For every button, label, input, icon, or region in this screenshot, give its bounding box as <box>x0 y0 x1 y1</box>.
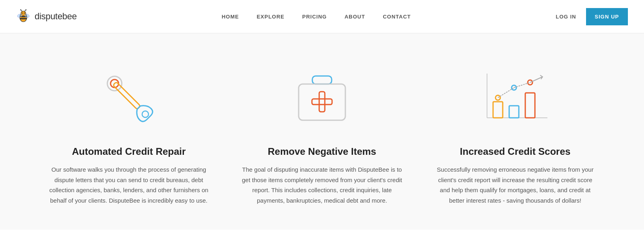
feature-credit-repair: Automated Credit Repair Our software wal… <box>32 57 225 205</box>
signup-button[interactable]: SIGN UP <box>586 8 628 25</box>
nav-home[interactable]: HOME <box>222 14 239 20</box>
svg-line-6 <box>21 10 22 11</box>
nav-contact[interactable]: CONTACT <box>383 14 411 20</box>
chart-icon <box>479 57 551 138</box>
feature-credit-scores: Increased Credit Scores Successfully rem… <box>419 57 612 205</box>
logo-text: disputebee <box>35 11 77 22</box>
svg-line-8 <box>25 10 26 11</box>
svg-rect-24 <box>525 93 535 118</box>
login-link[interactable]: LOG IN <box>556 14 576 20</box>
svg-rect-2 <box>20 18 27 19</box>
bee-logo-icon <box>16 9 31 24</box>
nav-explore[interactable]: EXPLORE <box>257 14 285 20</box>
svg-point-4 <box>22 12 23 13</box>
feature-desc-1: Our software walks you through the proce… <box>48 164 209 205</box>
feature-desc-2: The goal of disputing inaccurate items w… <box>242 164 402 205</box>
svg-point-5 <box>24 12 25 13</box>
nav-pricing[interactable]: PRICING <box>302 14 327 20</box>
svg-rect-19 <box>319 92 325 112</box>
feature-title-2: Remove Negative Items <box>268 146 376 157</box>
feature-remove-items: Remove Negative Items The goal of disput… <box>225 57 419 205</box>
medkit-icon <box>290 57 354 138</box>
nav-auth: LOG IN SIGN UP <box>556 8 628 25</box>
features-section: Automated Credit Repair Our software wal… <box>0 33 644 230</box>
nav-about[interactable]: ABOUT <box>345 14 365 20</box>
svg-point-7 <box>20 9 21 10</box>
feature-title-3: Increased Credit Scores <box>460 146 571 157</box>
svg-rect-23 <box>509 106 519 118</box>
svg-line-30 <box>530 77 543 82</box>
svg-point-9 <box>25 9 27 10</box>
feature-title-1: Automated Credit Repair <box>72 146 186 157</box>
nav-links: HOME EXPLORE PRICING ABOUT CONTACT <box>222 13 411 20</box>
svg-rect-16 <box>312 76 332 84</box>
logo-link[interactable]: disputebee <box>16 9 77 24</box>
svg-rect-18 <box>312 99 332 105</box>
svg-rect-22 <box>493 102 503 118</box>
navbar: disputebee HOME EXPLORE PRICING ABOUT CO… <box>0 0 644 33</box>
svg-rect-17 <box>299 84 345 120</box>
wrench-icon <box>97 57 161 138</box>
feature-desc-3: Successfully removing erroneous negative… <box>435 164 596 205</box>
